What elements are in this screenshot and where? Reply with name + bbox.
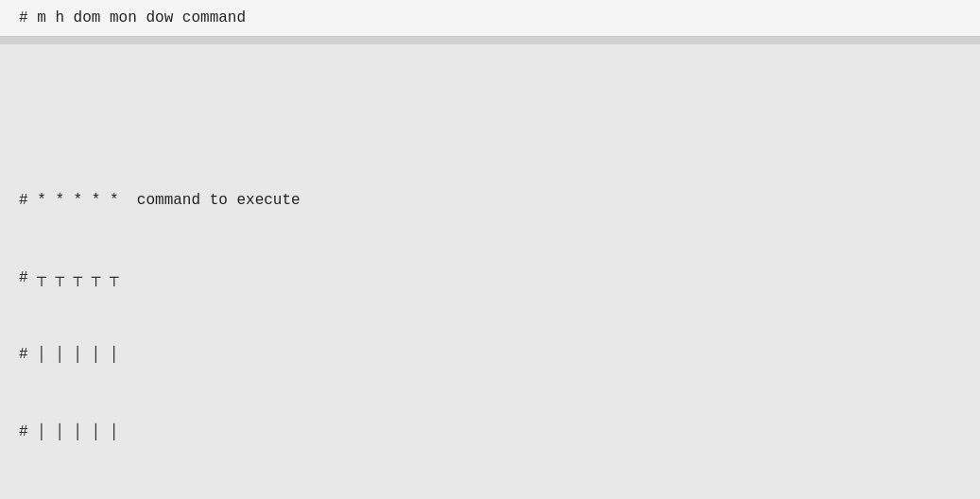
content-area: # * * * * * command to execute # ┬ ┬ ┬ ┬… <box>0 44 980 499</box>
empty-line <box>19 111 961 136</box>
top-bar: # m h dom mon dow command <box>0 0 980 37</box>
cron-line-2: # ┬ ┬ ┬ ┬ ┬ <box>19 266 961 291</box>
header-text: # m h dom mon dow command <box>19 9 246 26</box>
cron-line-4: # │ │ │ │ │ <box>19 420 961 445</box>
cron-line-3: # │ │ │ │ │ <box>19 342 961 368</box>
separator <box>0 37 980 44</box>
cron-line-1: # * * * * * command to execute <box>19 188 961 214</box>
